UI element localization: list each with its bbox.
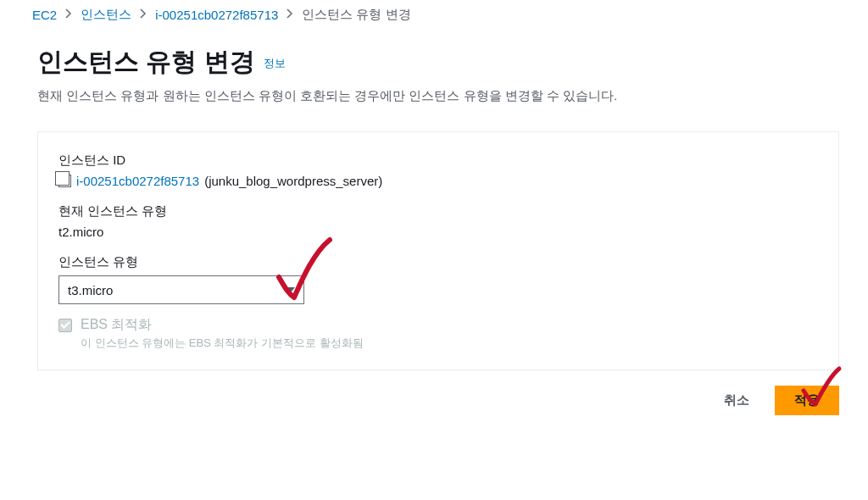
instance-type-select[interactable]: t3.micro — [58, 275, 304, 304]
ebs-description: 이 인스턴스 유형에는 EBS 최적화가 기본적으로 활성화됨 — [81, 336, 364, 351]
info-link[interactable]: 정보 — [264, 57, 286, 69]
apply-button[interactable]: 적용 — [775, 386, 839, 415]
breadcrumb-link-instance-id[interactable]: i-00251cb0272f85713 — [155, 8, 278, 22]
instance-type-label: 인스턴스 유형 — [58, 254, 818, 270]
instance-id-label: 인스턴스 ID — [58, 153, 818, 169]
cancel-button[interactable]: 취소 — [710, 386, 763, 415]
page-header: 인스턴스 유형 변경 정보 현재 인스턴스 유형과 원하는 인스턴스 유형이 호… — [0, 28, 868, 119]
instance-type-selected: t3.micro — [68, 283, 113, 297]
chevron-right-icon — [65, 8, 72, 21]
breadcrumb-current: 인스턴스 유형 변경 — [302, 7, 410, 23]
field-current-type: 현재 인스턴스 유형 t2.micro — [58, 203, 818, 239]
ebs-checkbox-disabled — [58, 319, 72, 332]
page-title: 인스턴스 유형 변경 — [37, 47, 255, 75]
instance-type-panel: 인스턴스 ID i-00251cb0272f85713 (junku_blog_… — [37, 131, 839, 370]
chevron-down-icon — [287, 287, 295, 292]
breadcrumb: EC2 인스턴스 i-00251cb0272f85713 인스턴스 유형 변경 — [0, 0, 868, 28]
current-type-value: t2.micro — [58, 225, 818, 239]
page-description: 현재 인스턴스 유형과 원하는 인스턴스 유형이 호환되는 경우에만 인스턴스 … — [37, 88, 831, 104]
chevron-right-icon — [287, 8, 293, 21]
field-instance-type: 인스턴스 유형 t3.micro — [58, 254, 818, 304]
footer-actions: 취소 적용 — [0, 370, 868, 415]
instance-id-link[interactable]: i-00251cb0272f85713 — [76, 174, 199, 188]
breadcrumb-link-instances[interactable]: 인스턴스 — [81, 7, 131, 23]
current-type-label: 현재 인스턴스 유형 — [58, 203, 818, 219]
instance-id-name: (junku_blog_wordpress_server) — [204, 174, 382, 188]
copy-icon[interactable] — [58, 175, 71, 187]
field-ebs-optimized: EBS 최적화 이 인스턴스 유형에는 EBS 최적화가 기본적으로 활성화됨 — [58, 316, 818, 351]
breadcrumb-link-ec2[interactable]: EC2 — [32, 8, 57, 22]
field-instance-id: 인스턴스 ID i-00251cb0272f85713 (junku_blog_… — [58, 153, 818, 188]
ebs-title: EBS 최적화 — [81, 316, 364, 334]
chevron-right-icon — [140, 8, 147, 21]
